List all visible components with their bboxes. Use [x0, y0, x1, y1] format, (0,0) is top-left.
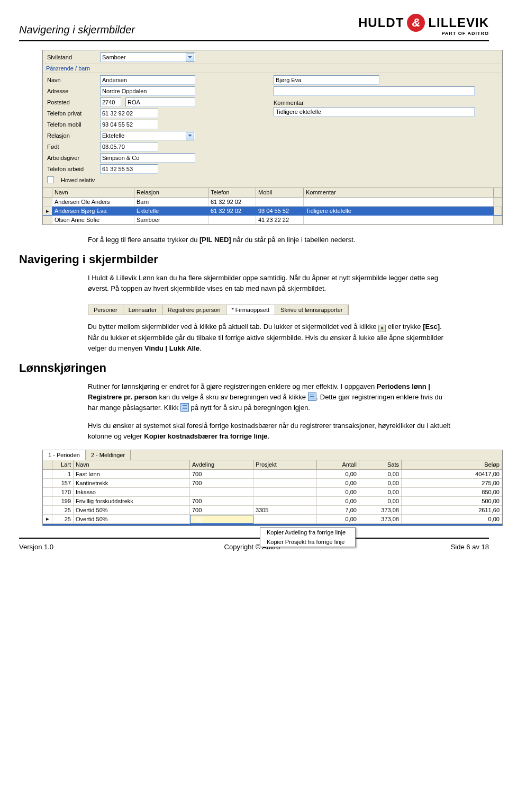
- col-sats[interactable]: Sats: [359, 460, 402, 470]
- col-lart[interactable]: Lart: [52, 460, 74, 470]
- brand-ampersand-icon: &: [407, 14, 425, 32]
- col-prosjekt[interactable]: Prosjekt: [253, 460, 317, 470]
- ctx-copy-prosjekt[interactable]: Kopier Prosjekt fra forrige linje: [260, 537, 355, 547]
- label-kommentar: Kommentar: [274, 100, 498, 106]
- input-adresse[interactable]: Nordre Oppdalen: [100, 86, 195, 96]
- label-hoved-relativ: Hoved relativ: [61, 177, 95, 183]
- brand-huldt: HULDT: [358, 15, 404, 30]
- input-fodt[interactable]: 03.05.70: [100, 142, 158, 151]
- para-close-tab: Du bytter mellom skjermbilder ved å klik…: [88, 322, 453, 353]
- para-lonn-1: Rutiner for lønnskjøring er endret for å…: [88, 381, 453, 413]
- table-row[interactable]: Olsen Anne SofieSamboer41 23 22 22: [43, 216, 502, 225]
- select-relasjon[interactable]: Ektefelle: [100, 131, 195, 140]
- brand-logo: HULDT & LILLEVIK PART OF ADITRO: [358, 14, 489, 36]
- table-row[interactable]: 25Overtid 50%70033057,00373,082611,60: [43, 506, 502, 515]
- table-row[interactable]: Andersen Ole AndersBarn61 32 92 02: [43, 198, 502, 207]
- tab-meldinger[interactable]: 2 - Meldinger: [86, 450, 131, 460]
- form-panel-relative: Sivilstand Samboer Pårørende / barn Navn…: [42, 50, 503, 225]
- footer-version: Versjon 1.0: [19, 543, 53, 551]
- tab-registrere[interactable]: Registrere pr.person: [162, 305, 226, 315]
- para-lonn-2: Hvis du ønsker at systemet skal foreslå …: [88, 421, 453, 442]
- label-arbeidsgiver: Arbeidsgiver: [47, 155, 96, 161]
- label-tel-mobil: Telefon mobil: [47, 121, 96, 128]
- col-mobil[interactable]: Mobil: [256, 188, 304, 198]
- brand-subtitle: PART OF ADITRO: [358, 31, 489, 36]
- label-relasjon: Relasjon: [47, 132, 96, 139]
- input-tel-mobil[interactable]: 93 04 55 52: [100, 120, 158, 129]
- table-row[interactable]: 199Frivillig forskuddstrekk7000,000,0050…: [43, 497, 502, 506]
- table-row[interactable]: 170Inkasso0,000,00850,00: [43, 488, 502, 497]
- col-pay-navn[interactable]: Navn: [74, 460, 190, 470]
- col-relasjon[interactable]: Relasjon: [134, 188, 208, 198]
- col-telefon[interactable]: Telefon: [208, 188, 256, 198]
- tab-personer[interactable]: Personer: [88, 305, 123, 315]
- input-arbeidsgiver[interactable]: Simpson & Co: [100, 153, 195, 163]
- calc-toggle-icon: [180, 403, 189, 412]
- page-title: Navigering i skjermbilder: [19, 24, 135, 36]
- col-belop[interactable]: Beløp: [402, 460, 502, 470]
- table-row[interactable]: 157Kantinetrekk7000,000,00275,00: [43, 479, 502, 488]
- col-avdeling[interactable]: Avdeling: [190, 460, 253, 470]
- table-row[interactable]: ▸25Overtid 50%7000,00373,080,00: [43, 515, 502, 524]
- input-adresse2[interactable]: [274, 86, 475, 96]
- col-kommentar[interactable]: Kommentar: [304, 188, 494, 198]
- footer-page: Side 6 av 18: [451, 543, 489, 551]
- tab-skrive-ut[interactable]: Skrive ut lønnsrapporter: [275, 305, 348, 315]
- grid-insert-line: [43, 524, 502, 525]
- input-tel-privat[interactable]: 61 32 92 02: [100, 109, 158, 118]
- calc-toggle-icon: [308, 392, 316, 401]
- tab-strip-screens: Personer Lønnsarter Registrere pr.person…: [88, 305, 349, 315]
- label-sivilstand: Sivilstand: [47, 54, 96, 60]
- input-surname[interactable]: Andersen: [100, 75, 195, 85]
- col-navn[interactable]: Navn: [52, 188, 134, 198]
- input-postnr[interactable]: 2740: [100, 97, 121, 107]
- table-row[interactable]: ▸Andersen Bjørg EvaEktefelle61 32 92 029…: [43, 207, 502, 216]
- input-tel-arbeid[interactable]: 61 32 55 53: [100, 164, 158, 174]
- tab-firmaoppsett[interactable]: * Firmaoppsett: [226, 305, 276, 315]
- ctx-copy-avdeling[interactable]: Kopier Avdeling fra forrige linje: [260, 528, 355, 537]
- heading-navigering: Navigering i skjermbilder: [19, 253, 489, 266]
- input-firstname[interactable]: Bjørg Eva: [274, 75, 379, 85]
- label-fodt: Født: [47, 144, 96, 150]
- tab-lonnsarter[interactable]: Lønnsarter: [123, 305, 162, 315]
- select-sivilstand[interactable]: Samboer: [100, 52, 195, 62]
- checkbox-hoved-relativ[interactable]: [47, 176, 54, 183]
- para-pilned: For å legg til flere ansatte trykker du …: [88, 235, 453, 245]
- group-band-relative: Pårørende / barn: [43, 64, 502, 73]
- scrollbar-v-icon[interactable]: [494, 188, 502, 198]
- label-tel-arbeid: Telefon arbeid: [47, 166, 96, 172]
- col-antall[interactable]: Antall: [317, 460, 359, 470]
- heading-lonnskjoringen: Lønnskjøringen: [19, 361, 489, 375]
- tab-perioden[interactable]: 1 - Perioden: [43, 450, 86, 460]
- context-menu[interactable]: Kopier Avdeling fra forrige linje Kopier…: [260, 527, 356, 547]
- brand-lillevik: LILLEVIK: [428, 15, 489, 30]
- relatives-grid[interactable]: Navn Relasjon Telefon Mobil Kommentar An…: [43, 188, 502, 225]
- close-icon: ×: [378, 325, 386, 332]
- input-kommentar[interactable]: Tidligere ektefelle: [274, 107, 475, 117]
- input-poststed[interactable]: ROA: [125, 97, 195, 107]
- label-navn: Navn: [47, 77, 96, 83]
- table-row[interactable]: 1Fast lønn7000,000,0040417,00: [43, 470, 502, 479]
- label-adresse: Adresse: [47, 88, 96, 94]
- pay-grid-panel: 1 - Perioden 2 - Meldinger Lart Navn Avd…: [42, 450, 503, 526]
- label-poststed: Poststed: [47, 99, 96, 105]
- label-tel-privat: Telefon privat: [47, 110, 96, 117]
- para-nav: I Huldt & Lillevik Lønn kan du ha flere …: [88, 273, 453, 294]
